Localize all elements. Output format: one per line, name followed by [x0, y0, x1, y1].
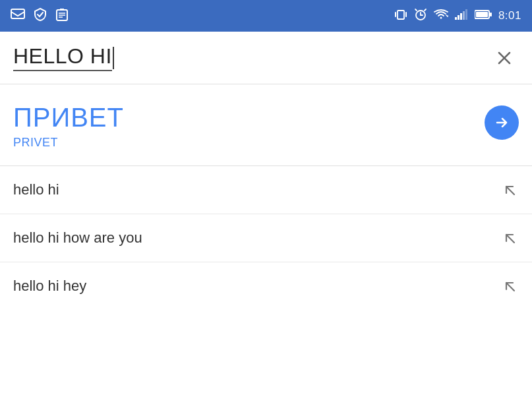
fill-search-icon[interactable] — [500, 229, 519, 247]
svg-rect-0 — [11, 9, 24, 18]
status-bar: 8:01 — [0, 0, 532, 32]
svg-rect-13 — [455, 17, 457, 20]
suggestions-list: hello hi hello hi how are you hello hi h… — [0, 166, 532, 310]
battery-icon — [475, 10, 492, 22]
suggestion-item[interactable]: hello hi hey — [0, 262, 532, 310]
svg-rect-5 — [398, 11, 404, 19]
alarm-icon — [414, 8, 427, 24]
svg-rect-14 — [458, 15, 459, 20]
clear-button[interactable] — [490, 44, 519, 73]
status-bar-left-icons — [11, 8, 69, 24]
inbox-icon — [11, 9, 25, 24]
open-translation-button[interactable] — [485, 105, 519, 140]
fill-search-icon[interactable] — [500, 181, 519, 199]
search-bar[interactable]: HELLO HI — [0, 32, 532, 84]
svg-rect-20 — [490, 13, 492, 16]
fill-search-icon[interactable] — [500, 277, 519, 295]
suggestion-text: hello hi — [13, 181, 59, 198]
search-input[interactable]: HELLO HI — [13, 44, 490, 71]
clipboard-icon — [55, 8, 69, 24]
svg-rect-16 — [463, 11, 465, 20]
svg-rect-19 — [476, 12, 488, 17]
svg-rect-15 — [460, 13, 462, 20]
vibrate-icon — [394, 8, 407, 24]
translated-word: ПРИВЕТ — [13, 103, 485, 132]
suggestion-item[interactable]: hello hi — [0, 166, 532, 214]
signal-icon — [455, 9, 468, 22]
transliteration: PRIVET — [13, 136, 485, 150]
svg-line-11 — [415, 9, 417, 11]
shield-icon — [34, 8, 46, 24]
translation-result: ПРИВЕТ PRIVET — [0, 84, 532, 166]
svg-rect-17 — [465, 9, 467, 20]
status-time: 8:01 — [498, 9, 521, 22]
suggestion-text: hello hi hey — [13, 278, 86, 295]
suggestion-text: hello hi how are you — [13, 229, 142, 247]
search-text: HELLO HI — [13, 44, 112, 71]
text-cursor — [113, 47, 114, 69]
translation-text-block: ПРИВЕТ PRIVET — [13, 103, 485, 150]
svg-line-12 — [425, 9, 426, 11]
status-bar-right-icons: 8:01 — [394, 8, 521, 24]
suggestion-item[interactable]: hello hi how are you — [0, 214, 532, 262]
wifi-icon — [434, 9, 448, 22]
